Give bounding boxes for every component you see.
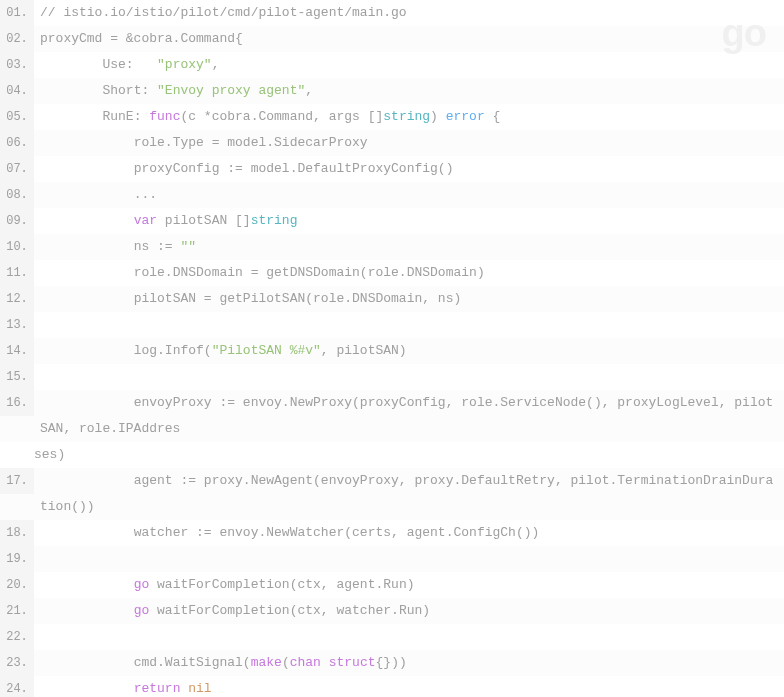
code-content: proxyConfig := model.DefaultProxyConfig(… <box>34 156 784 182</box>
token: proxyConfig := model.DefaultProxyConfig(… <box>40 161 453 176</box>
token: ( <box>282 655 290 670</box>
token: ns := <box>40 239 180 254</box>
token: return <box>134 681 181 696</box>
code-line: 12. pilotSAN = getPilotSAN(role.DNSDomai… <box>0 286 784 312</box>
token: Use: <box>40 57 157 72</box>
code-line: 13. <box>0 312 784 338</box>
code-content: ses) <box>34 442 784 468</box>
code-content: Short: "Envoy proxy agent", <box>34 78 784 104</box>
code-content: Use: "proxy", <box>34 52 784 78</box>
token: "proxy" <box>157 57 212 72</box>
token: {})) <box>376 655 407 670</box>
line-number: 20. <box>0 572 34 598</box>
token: agent := proxy.NewAgent(envoyProxy, prox… <box>40 473 773 514</box>
token <box>40 681 134 696</box>
code-line: 06. role.Type = model.SidecarProxy <box>0 130 784 156</box>
code-content: // istio.io/istio/pilot/cmd/pilot-agent/… <box>34 0 784 26</box>
line-number: 23. <box>0 650 34 676</box>
token: // istio.io/istio/pilot/cmd/pilot-agent/… <box>40 5 407 20</box>
token <box>40 213 134 228</box>
token: waitForCompletion(ctx, watcher.Run) <box>149 603 430 618</box>
code-line: 07. proxyConfig := model.DefaultProxyCon… <box>0 156 784 182</box>
token: make <box>251 655 282 670</box>
token: , <box>212 57 220 72</box>
code-line: 03. Use: "proxy", <box>0 52 784 78</box>
token <box>40 603 134 618</box>
code-content: go waitForCompletion(ctx, agent.Run) <box>34 572 784 598</box>
line-number: 17. <box>0 468 34 494</box>
token: Short: <box>40 83 157 98</box>
token: func <box>149 109 180 124</box>
code-line: 09. var pilotSAN []string <box>0 208 784 234</box>
token: nil <box>188 681 211 696</box>
line-number: 14. <box>0 338 34 364</box>
code-line: 02.proxyCmd = &cobra.Command{ <box>0 26 784 52</box>
code-line: 22. <box>0 624 784 650</box>
token: "Envoy proxy agent" <box>157 83 305 98</box>
code-content: agent := proxy.NewAgent(envoyProxy, prox… <box>34 468 784 520</box>
token: string <box>251 213 298 228</box>
token: pilotSAN = getPilotSAN(role.DNSDomain, n… <box>40 291 461 306</box>
code-content: RunE: func(c *cobra.Command, args []stri… <box>34 104 784 130</box>
line-number: 07. <box>0 156 34 182</box>
line-number: 18. <box>0 520 34 546</box>
code-content: proxyCmd = &cobra.Command{ <box>34 26 784 52</box>
code-line: 05. RunE: func(c *cobra.Command, args []… <box>0 104 784 130</box>
token <box>321 655 329 670</box>
code-line: 20. go waitForCompletion(ctx, agent.Run) <box>0 572 784 598</box>
token: , pilotSAN) <box>321 343 407 358</box>
token: , <box>305 83 313 98</box>
code-content: ... <box>34 182 784 208</box>
line-number: 12. <box>0 286 34 312</box>
token: log.Infof( <box>40 343 212 358</box>
token: RunE: <box>40 109 149 124</box>
line-number: 08. <box>0 182 34 208</box>
code-line: 11. role.DNSDomain = getDNSDomain(role.D… <box>0 260 784 286</box>
token: go <box>134 577 150 592</box>
code-content: envoyProxy := envoy.NewProxy(proxyConfig… <box>34 390 784 442</box>
line-number: 09. <box>0 208 34 234</box>
line-number: 06. <box>0 130 34 156</box>
code-line: 18. watcher := envoy.NewWatcher(certs, a… <box>0 520 784 546</box>
code-content: cmd.WaitSignal(make(chan struct{})) <box>34 650 784 676</box>
token: ) <box>430 109 446 124</box>
line-number: 03. <box>0 52 34 78</box>
token: "PilotSAN %#v" <box>212 343 321 358</box>
token: pilotSAN [] <box>157 213 251 228</box>
token: chan <box>290 655 321 670</box>
line-number: 16. <box>0 390 34 416</box>
line-number: 10. <box>0 234 34 260</box>
token: envoyProxy := envoy.NewProxy(proxyConfig… <box>40 395 773 436</box>
token: (c *cobra.Command, args [] <box>180 109 383 124</box>
code-line: 19. <box>0 546 784 572</box>
code-line: 04. Short: "Envoy proxy agent", <box>0 78 784 104</box>
token: watcher := envoy.NewWatcher(certs, agent… <box>40 525 539 540</box>
code-content: role.DNSDomain = getDNSDomain(role.DNSDo… <box>34 260 784 286</box>
token: cmd.WaitSignal( <box>40 655 251 670</box>
code-line-wrap: ses) <box>0 442 784 468</box>
code-lines: 01.// istio.io/istio/pilot/cmd/pilot-age… <box>0 0 784 697</box>
line-number: 02. <box>0 26 34 52</box>
line-number: 21. <box>0 598 34 624</box>
code-line: 17. agent := proxy.NewAgent(envoyProxy, … <box>0 468 784 520</box>
code-line: 10. ns := "" <box>0 234 784 260</box>
code-line: 23. cmd.WaitSignal(make(chan struct{})) <box>0 650 784 676</box>
code-line: 24. return nil <box>0 676 784 697</box>
code-content: go waitForCompletion(ctx, watcher.Run) <box>34 598 784 624</box>
code-line: 14. log.Infof("PilotSAN %#v", pilotSAN) <box>0 338 784 364</box>
line-number: 04. <box>0 78 34 104</box>
line-number: 24. <box>0 676 34 697</box>
token: ... <box>40 187 157 202</box>
code-content: return nil <box>34 676 784 697</box>
code-line: 16. envoyProxy := envoy.NewProxy(proxyCo… <box>0 390 784 442</box>
code-content: pilotSAN = getPilotSAN(role.DNSDomain, n… <box>34 286 784 312</box>
line-number: 05. <box>0 104 34 130</box>
code-content: log.Infof("PilotSAN %#v", pilotSAN) <box>34 338 784 364</box>
token: role.DNSDomain = getDNSDomain(role.DNSDo… <box>40 265 485 280</box>
token <box>40 577 134 592</box>
token: var <box>134 213 157 228</box>
token: { <box>485 109 501 124</box>
code-block: go 01.// istio.io/istio/pilot/cmd/pilot-… <box>0 0 784 697</box>
code-content: watcher := envoy.NewWatcher(certs, agent… <box>34 520 784 546</box>
line-number: 19. <box>0 546 34 572</box>
